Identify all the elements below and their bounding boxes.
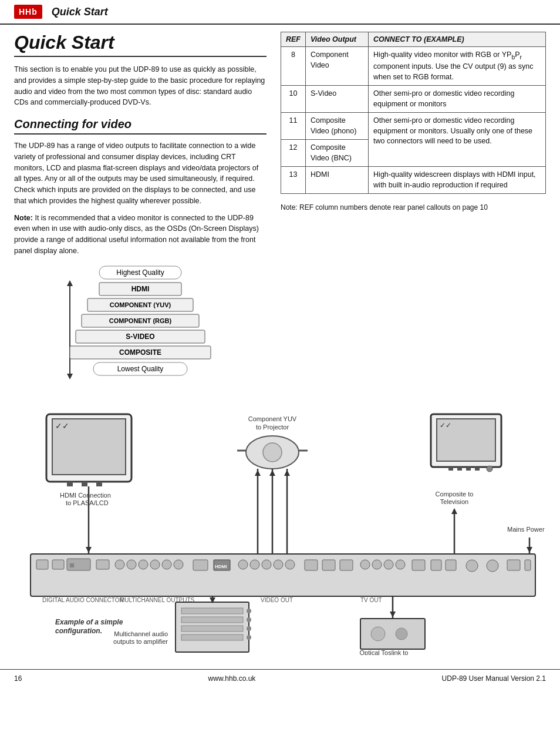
table-row: 8 Component Video High-quality video mon… [281,47,546,86]
table-row: 11 Composite Video (phono) Other semi-pr… [281,113,546,140]
svg-rect-68 [412,560,425,570]
svg-rect-53 [193,560,208,570]
col-header-ref: REF [281,32,306,47]
table-row: 13 HDMI High-quality widescreen displays… [281,167,546,194]
svg-point-64 [360,560,370,569]
svg-rect-63 [340,560,353,570]
svg-text:S-VIDEO: S-VIDEO [126,332,154,341]
svg-point-67 [396,560,405,569]
svg-text:Highest Quality: Highest Quality [116,268,164,277]
svg-rect-61 [305,560,318,570]
svg-point-50 [150,560,160,569]
svg-marker-101 [255,470,261,476]
note1: Note: It is recommended that a video mon… [14,213,266,257]
main-content: Quick Start This section is to enable yo… [0,32,560,399]
output-cell: S-Video [306,86,369,113]
svg-text:Television: Television [440,498,468,505]
svg-marker-109 [390,612,396,617]
connect-cell: Other semi-pro or domestic video recordi… [369,113,546,167]
left-column: Quick Start This section is to enable yo… [14,32,266,399]
right-column: REF Video Output CONNECT TO (EXAMPLE) 8 … [281,32,546,399]
svg-point-59 [274,560,283,569]
svg-point-88 [247,635,251,640]
svg-rect-36 [466,467,471,471]
quality-diagram: Highest Quality HDMI COMPONENT (YUV) COM… [14,264,266,399]
video-output-table: REF Video Output CONNECT TO (EXAMPLE) 8 … [281,32,546,194]
page-footer: 16 www.hhb.co.uk UDP-89 User Manual Vers… [0,669,560,687]
svg-text:✓✓: ✓✓ [55,421,69,431]
ref-cell: 12 [281,140,306,167]
svg-rect-46 [96,560,109,569]
svg-point-66 [384,560,393,569]
svg-rect-82 [181,617,243,623]
output-cell: Composite Video (BNC) [306,140,369,167]
col-header-output: Video Output [306,32,369,47]
svg-point-90 [371,627,385,641]
table-note: Note: REF column numbers denote rear pan… [281,202,546,213]
svg-point-58 [262,560,271,569]
svg-marker-3 [67,280,73,286]
svg-point-65 [372,560,382,569]
svg-text:✓✓: ✓✓ [440,421,451,429]
svg-rect-35 [457,467,462,471]
svg-rect-21 [82,482,87,486]
connection-diagram: ✓✓ HDMI Connection to PLASA/LCD Componen… [14,408,546,655]
ref-cell: 10 [281,86,306,113]
intro-paragraph: This section is to enable you put the UD… [14,64,266,108]
svg-point-28 [263,443,282,462]
svg-rect-20 [67,482,73,486]
svg-marker-111 [527,547,532,553]
table-row: 10 S-Video Other semi-pro or domestic vi… [281,86,546,113]
connect-cell: Other semi-pro or domestic video recordi… [369,86,546,113]
svg-rect-69 [431,560,441,570]
bottom-section: ✓✓ HDMI Connection to PLASA/LCD Componen… [0,399,560,664]
svg-rect-73 [507,560,520,570]
ref-cell: 11 [281,113,306,140]
svg-point-87 [247,626,251,631]
output-cell: HDMI [306,167,369,194]
svg-text:COMPOSITE: COMPOSITE [119,348,161,357]
svg-text:Component YUV: Component YUV [248,415,297,422]
svg-point-60 [285,560,295,569]
section1-title: Connecting for video [14,117,266,135]
svg-point-38 [487,466,492,472]
svg-point-86 [247,617,251,622]
svg-text:HDMI Connection: HDMI Connection [60,492,111,499]
svg-point-47 [115,560,124,569]
output-cell: Component Video [306,47,369,86]
svg-rect-83 [181,626,243,632]
svg-rect-70 [446,560,456,570]
page-title: Quick Start [14,32,266,57]
svg-marker-103 [284,470,290,476]
svg-text:Lowest Quality: Lowest Quality [117,365,164,373]
svg-point-72 [487,560,498,572]
svg-marker-102 [269,470,275,476]
svg-rect-62 [322,560,335,570]
svg-text:outputs to amplifier: outputs to amplifier [113,638,168,645]
svg-rect-37 [475,467,480,471]
ref-cell: 13 [281,167,306,194]
svg-text:COMPONENT (YUV): COMPONENT (YUV) [110,301,171,308]
page-number: 16 [14,674,22,683]
svg-text:Mains Power: Mains Power [507,526,545,533]
svg-point-57 [250,560,259,569]
svg-point-52 [174,560,183,569]
svg-marker-105 [451,508,457,514]
svg-text:HDMI: HDMI [215,564,227,569]
svg-text:||||: |||| [70,563,74,567]
website: www.hhb.co.uk [208,674,256,683]
svg-text:to Projector: to Projector [256,424,289,431]
svg-text:TV OUT: TV OUT [360,597,382,603]
output-cell: Composite Video (phono) [306,113,369,140]
ref-cell: 8 [281,47,306,86]
header-title: Quick Start [52,6,108,18]
svg-rect-89 [360,619,425,649]
model-info: UDP-89 User Manual Version 2.1 [442,674,546,683]
svg-rect-74 [525,560,531,570]
svg-text:Composite to: Composite to [436,491,474,498]
svg-rect-84 [181,634,243,640]
svg-point-56 [238,560,248,569]
svg-text:Optical Toslink to: Optical Toslink to [360,649,409,655]
svg-point-71 [466,560,478,572]
svg-text:to PLASA/LCD: to PLASA/LCD [66,499,109,506]
